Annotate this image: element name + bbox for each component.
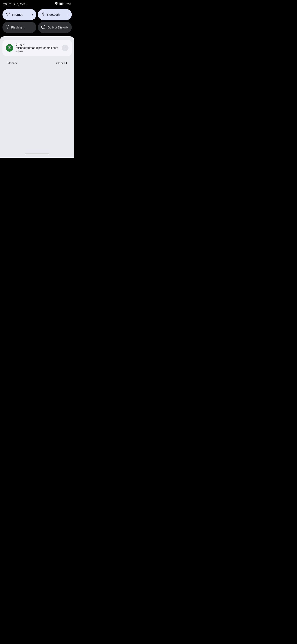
clear-all-button[interactable]: Clear all	[52, 60, 71, 67]
manage-button[interactable]: Manage	[3, 60, 22, 67]
status-time: 20:52	[3, 2, 11, 6]
qs-row-2: Flashlight Do Not Disturb	[2, 22, 72, 33]
home-bar	[25, 154, 49, 154]
status-right: 76%	[54, 2, 71, 6]
qs-tile-internet-label: Internet	[12, 13, 30, 16]
status-date: Sun, Oct 6	[13, 2, 27, 6]
qs-row-1: Internet › Bluetooth ›	[2, 9, 72, 20]
bluetooth-chevron-icon: ›	[67, 13, 68, 16]
qs-tile-flashlight[interactable]: Flashlight	[2, 22, 36, 33]
chat-app-icon	[6, 44, 13, 52]
notification-expand-button[interactable]	[62, 44, 68, 51]
qs-tile-dnd-label: Do Not Disturb	[47, 26, 68, 29]
svg-rect-1	[60, 3, 62, 5]
status-bar: 20:52 Sun, Oct 6 76%	[0, 0, 74, 8]
qs-tile-flashlight-label: Flashlight	[11, 26, 33, 29]
wifi-icon	[6, 12, 10, 17]
notification-card[interactable]: Chat • mishaalrahman@protonmail.com • no…	[2, 40, 72, 56]
internet-chevron-icon: ›	[32, 13, 33, 16]
notification-content: Chat • mishaalrahman@protonmail.com • no…	[16, 43, 59, 53]
qs-tile-bluetooth[interactable]: Bluetooth ›	[38, 9, 72, 20]
quick-settings-panel: Internet › Bluetooth › Flashlight	[0, 8, 74, 36]
notification-actions: Manage Clear all	[2, 60, 72, 67]
battery-percent: 76%	[65, 2, 71, 6]
notification-text: Chat • mishaalrahman@protonmail.com • no…	[16, 43, 58, 53]
notification-shade: Chat • mishaalrahman@protonmail.com • no…	[0, 36, 74, 152]
status-left: 20:52 Sun, Oct 6	[3, 2, 27, 6]
qs-tile-dnd[interactable]: Do Not Disturb	[38, 22, 72, 33]
home-indicator	[25, 152, 49, 155]
battery-icon	[59, 2, 64, 6]
bottom-area	[0, 152, 74, 158]
wifi-status-icon	[54, 2, 58, 6]
dnd-icon	[41, 25, 45, 30]
qs-tile-bluetooth-label: Bluetooth	[47, 13, 65, 16]
qs-tile-internet[interactable]: Internet ›	[2, 9, 36, 20]
bluetooth-icon	[41, 12, 44, 17]
flashlight-icon	[6, 24, 9, 30]
